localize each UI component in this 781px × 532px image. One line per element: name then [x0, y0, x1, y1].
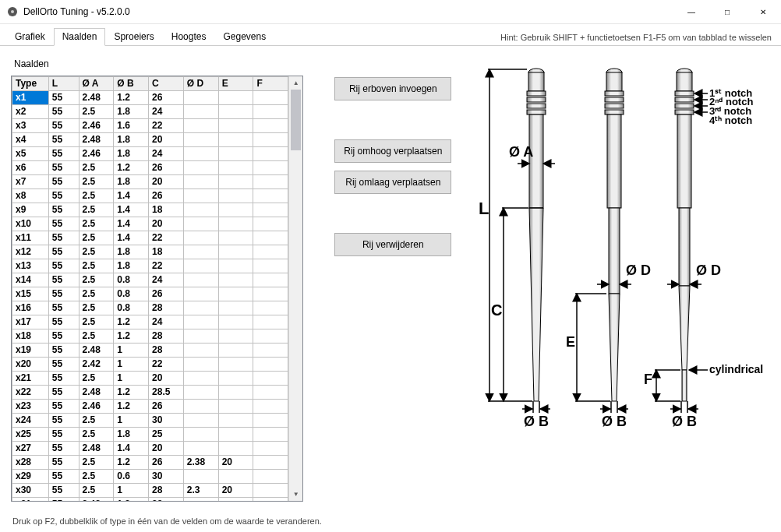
table-cell[interactable]: 55 [48, 400, 79, 414]
table-cell[interactable]: 2.5 [79, 231, 114, 245]
table-cell[interactable]: x25 [12, 428, 49, 442]
table-cell[interactable]: 2.5 [79, 456, 114, 470]
table-cell[interactable]: 2.48 [79, 344, 114, 358]
table-cell[interactable]: x16 [12, 301, 49, 315]
table-cell[interactable]: 1 [114, 372, 149, 386]
table-cell[interactable] [253, 147, 288, 161]
table-cell[interactable]: 55 [48, 442, 79, 456]
table-cell[interactable] [253, 189, 288, 203]
table-cell[interactable] [183, 273, 218, 287]
table-cell[interactable] [253, 442, 288, 456]
table-cell[interactable]: 20 [218, 456, 253, 470]
table-cell[interactable] [218, 161, 253, 175]
table-cell[interactable]: 2.42 [79, 358, 114, 372]
table-cell[interactable]: x28 [12, 456, 49, 470]
col-header[interactable]: F [253, 77, 288, 91]
table-cell[interactable]: x22 [12, 386, 49, 400]
table-cell[interactable] [253, 329, 288, 344]
table-cell[interactable]: 2.5 [79, 105, 114, 119]
scrollbar-thumb[interactable] [291, 90, 301, 150]
vertical-scrollbar[interactable]: ▲ ▼ [288, 76, 302, 501]
table-cell[interactable] [253, 175, 288, 189]
table-cell[interactable]: 2.48 [79, 386, 114, 400]
table-cell[interactable]: 55 [48, 315, 79, 329]
table-cell[interactable]: 1.4 [114, 442, 149, 456]
close-button[interactable]: ✕ [745, 0, 781, 23]
table-cell[interactable] [253, 498, 288, 502]
table-cell[interactable] [218, 386, 253, 400]
table-cell[interactable] [218, 105, 253, 119]
tab-hoogtes[interactable]: Hoogtes [163, 28, 215, 46]
table-row[interactable]: x23552.461.226 [12, 400, 288, 414]
delete-row-button[interactable]: Rij verwijderen [334, 233, 451, 256]
table-cell[interactable]: 1.2 [114, 498, 149, 502]
table-cell[interactable] [253, 386, 288, 400]
table-cell[interactable]: 55 [48, 259, 79, 273]
table-cell[interactable]: 1.2 [114, 161, 149, 175]
table-cell[interactable]: 1.8 [114, 105, 149, 119]
table-cell[interactable]: 55 [48, 470, 79, 484]
needle-table[interactable]: TypeLØ AØ BCØ DEF x1552.481.226x2552.51.… [12, 76, 288, 501]
table-cell[interactable]: 2.5 [79, 329, 114, 344]
table-cell[interactable]: 0.8 [114, 301, 149, 315]
table-cell[interactable]: 20 [149, 133, 184, 147]
table-row[interactable]: x21552.5120 [12, 372, 288, 386]
table-cell[interactable] [253, 273, 288, 287]
table-cell[interactable]: x30 [12, 484, 49, 498]
table-cell[interactable] [183, 442, 218, 456]
table-cell[interactable]: 24 [149, 105, 184, 119]
table-cell[interactable] [253, 400, 288, 414]
table-cell[interactable]: x20 [12, 358, 49, 372]
table-cell[interactable]: 1 [114, 344, 149, 358]
minimize-button[interactable]: — [673, 0, 709, 23]
table-cell[interactable] [183, 400, 218, 414]
table-cell[interactable]: x9 [12, 203, 49, 217]
table-cell[interactable] [183, 470, 218, 484]
table-cell[interactable] [218, 372, 253, 386]
table-cell[interactable] [183, 259, 218, 273]
table-cell[interactable]: 2.38 [183, 456, 218, 470]
table-cell[interactable] [218, 203, 253, 217]
table-cell[interactable]: 26 [149, 456, 184, 470]
table-cell[interactable]: 22 [149, 231, 184, 245]
table-cell[interactable]: x29 [12, 470, 49, 484]
table-cell[interactable] [218, 428, 253, 442]
table-row[interactable]: x30552.51282.320 [12, 484, 288, 498]
table-cell[interactable]: 22 [149, 259, 184, 273]
table-cell[interactable]: 55 [48, 231, 79, 245]
table-cell[interactable]: 55 [48, 414, 79, 428]
table-cell[interactable] [183, 498, 218, 502]
table-row[interactable]: x22552.481.228.5 [12, 386, 288, 400]
table-cell[interactable]: 55 [48, 484, 79, 498]
table-cell[interactable] [183, 287, 218, 301]
table-cell[interactable]: 22 [149, 358, 184, 372]
tab-naalden[interactable]: Naalden [54, 28, 106, 46]
table-cell[interactable] [183, 91, 218, 105]
table-cell[interactable]: 28.5 [149, 386, 184, 400]
table-cell[interactable] [253, 344, 288, 358]
table-cell[interactable]: 55 [48, 245, 79, 259]
table-cell[interactable] [253, 470, 288, 484]
table-cell[interactable]: 0.8 [114, 273, 149, 287]
table-row[interactable]: x6552.51.226 [12, 161, 288, 175]
table-cell[interactable] [218, 259, 253, 273]
table-row[interactable]: x19552.48128 [12, 344, 288, 358]
table-cell[interactable]: 55 [48, 344, 79, 358]
tab-gegevens[interactable]: Gegevens [214, 28, 274, 46]
table-cell[interactable]: 2.5 [79, 470, 114, 484]
table-cell[interactable]: x2 [12, 105, 49, 119]
table-cell[interactable]: 2.5 [79, 315, 114, 329]
table-cell[interactable]: 2.48 [79, 442, 114, 456]
table-cell[interactable]: 1 [114, 414, 149, 428]
table-cell[interactable] [183, 358, 218, 372]
table-cell[interactable]: x11 [12, 231, 49, 245]
table-row[interactable]: x20552.42122 [12, 358, 288, 372]
table-cell[interactable]: x24 [12, 414, 49, 428]
table-cell[interactable] [183, 245, 218, 259]
table-cell[interactable]: 0.8 [114, 287, 149, 301]
table-cell[interactable]: 55 [48, 133, 79, 147]
table-cell[interactable]: 1 [114, 358, 149, 372]
table-cell[interactable]: 55 [48, 386, 79, 400]
table-cell[interactable] [218, 400, 253, 414]
table-cell[interactable]: 55 [48, 189, 79, 203]
